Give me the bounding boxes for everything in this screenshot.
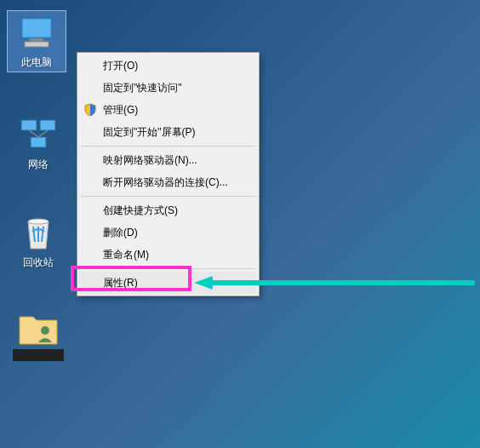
svg-point-9 (28, 219, 49, 224)
menu-item-open[interactable]: 打开(O) (79, 55, 257, 77)
menu-item-create-shortcut[interactable]: 创建快捷方式(S) (79, 199, 257, 221)
desktop-icon-this-pc[interactable]: 此电脑 (7, 10, 66, 72)
menu-item-label: 属性(R) (103, 276, 138, 290)
menu-item-label: 删除(D) (103, 226, 138, 240)
desktop-icon-user-folder[interactable] (9, 307, 68, 361)
svg-rect-1 (23, 20, 50, 37)
context-menu: 打开(O) 固定到"快速访问" 管理(G) 固定到"开始"屏幕(P) 映射网络驱… (77, 52, 260, 296)
desktop-icon-label: 回收站 (23, 256, 54, 270)
menu-item-map-drive[interactable]: 映射网络驱动器(N)... (79, 149, 257, 171)
menu-item-disconnect-drive[interactable]: 断开网络驱动器的连接(C)... (79, 171, 257, 193)
svg-rect-6 (31, 137, 46, 147)
menu-item-pin-quick-access[interactable]: 固定到"快速访问" (79, 77, 257, 99)
menu-item-label: 固定到"快速访问" (103, 81, 182, 95)
menu-item-label: 打开(O) (103, 59, 138, 73)
menu-item-rename[interactable]: 重命名(M) (79, 244, 257, 266)
svg-rect-2 (30, 38, 43, 42)
menu-item-label: 管理(G) (103, 103, 138, 118)
shield-icon (83, 102, 98, 118)
svg-rect-3 (25, 42, 49, 47)
user-folder-icon (18, 307, 59, 347)
menu-separator (80, 196, 256, 197)
menu-item-manage[interactable]: 管理(G) (79, 99, 257, 121)
computer-icon (16, 13, 57, 54)
menu-item-label: 重命名(M) (103, 248, 149, 262)
menu-item-delete[interactable]: 删除(D) (79, 221, 257, 244)
menu-item-label: 映射网络驱动器(N)... (103, 153, 197, 168)
network-icon (18, 115, 59, 156)
svg-line-7 (29, 130, 38, 137)
menu-item-pin-start[interactable]: 固定到"开始"屏幕(P) (79, 121, 257, 143)
desktop-icon-label: 此电脑 (21, 55, 52, 70)
desktop-icon-label: 网络 (28, 158, 49, 172)
menu-item-label: 断开网络驱动器的连接(C)... (103, 175, 228, 190)
desktop-icon-network[interactable]: 网络 (9, 115, 68, 172)
menu-item-label: 固定到"开始"屏幕(P) (103, 125, 196, 140)
svg-rect-5 (40, 120, 55, 130)
svg-line-8 (38, 130, 48, 137)
svg-point-10 (41, 326, 49, 335)
menu-separator (80, 268, 256, 269)
menu-separator (80, 146, 256, 146)
desktop-icon-label (13, 349, 64, 361)
recycle-bin-icon (18, 213, 59, 254)
menu-item-label: 创建快捷方式(S) (103, 204, 178, 218)
desktop-icon-recycle-bin[interactable]: 回收站 (9, 213, 68, 270)
menu-item-properties[interactable]: 属性(R) (79, 272, 257, 294)
svg-rect-4 (21, 120, 37, 130)
